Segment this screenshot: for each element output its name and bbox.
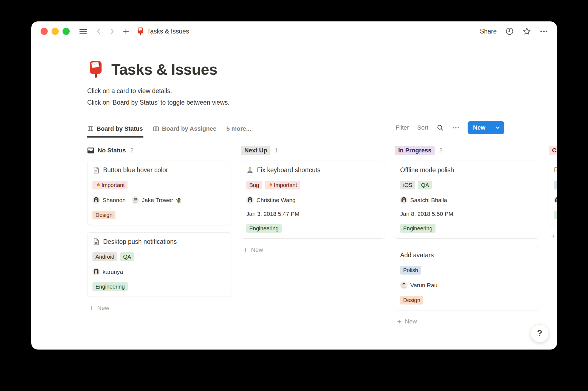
card-people: ShannonJake Trower: [92, 196, 226, 204]
tag-ios[interactable]: iOS: [400, 181, 415, 189]
column-header-in-progress[interactable]: In Progress2: [395, 145, 539, 156]
fire-icon: [95, 182, 101, 188]
new-button[interactable]: New: [468, 121, 491, 134]
chevron-right-icon: [109, 28, 115, 35]
card-people: karunya: [92, 268, 226, 275]
tag-engineering[interactable]: Engineering: [92, 282, 128, 291]
help-button[interactable]: ?: [531, 324, 549, 342]
kanban-card-desktop-push-notifications[interactable]: Desktop push notificationsAndroidQAkarun…: [87, 232, 231, 297]
tab-label: Board by Status: [97, 125, 143, 132]
card-tags: BugImportant: [246, 181, 380, 189]
more-options-button[interactable]: [540, 30, 548, 33]
card-title: Offline mode polish: [400, 166, 534, 174]
card-people: Varun Rau: [400, 281, 534, 289]
share-button[interactable]: Share: [480, 28, 497, 35]
tag-p[interactable]: P: [554, 181, 557, 189]
mailbox-icon: [137, 27, 144, 36]
tag-engineering[interactable]: Engineering: [246, 224, 282, 233]
filter-button[interactable]: Filter: [396, 124, 409, 131]
chevron-left-icon: [95, 28, 101, 35]
plus-icon: +: [551, 233, 555, 239]
card-tags: iOSQA: [400, 181, 534, 189]
page-icon-mailbox[interactable]: [87, 60, 104, 79]
beetle-icon: [176, 197, 182, 203]
clock-icon: [505, 27, 514, 35]
card-people: Saatchi Bhalla: [400, 196, 534, 204]
tag-important[interactable]: Important: [92, 181, 128, 189]
tag-polish[interactable]: Polish: [400, 266, 421, 275]
card-title: Desktop push notifications: [92, 238, 226, 245]
column-header-no-status[interactable]: No Status2: [87, 145, 231, 156]
new-tab-button[interactable]: [122, 28, 129, 35]
avatar-man-glasses-icon: [132, 196, 139, 204]
kanban-card-r[interactable]: RPE: [549, 161, 557, 225]
add-card-button[interactable]: +: [549, 232, 557, 241]
kanban-card-add-avatars[interactable]: Add avatarsPolishVarun RauDesign: [395, 246, 539, 310]
kanban-card-fix-keyboard-shortcuts[interactable]: Fix keyboard shortcutsBugImportantChrist…: [241, 161, 385, 239]
zoom-window-button[interactable]: [63, 28, 70, 35]
tag-bug[interactable]: Bug: [246, 181, 262, 189]
description-line: Click on 'Board by Status' to toggle bet…: [87, 97, 557, 108]
new-dropdown-button[interactable]: [491, 121, 504, 134]
column-header-next-up[interactable]: Next Up1: [241, 145, 385, 156]
tab-board-by-status[interactable]: Board by Status: [87, 125, 143, 137]
tag-important[interactable]: Important: [265, 181, 300, 189]
column-count: 2: [130, 147, 134, 154]
tag-design[interactable]: Design: [400, 296, 423, 305]
card-title: Add avatars: [400, 252, 534, 259]
updates-button[interactable]: [505, 27, 514, 35]
plus-icon: +: [243, 247, 248, 253]
star-icon: [522, 27, 531, 36]
tag-engineering[interactable]: Engineering: [400, 224, 436, 233]
person-varun-rau: Varun Rau: [400, 281, 437, 289]
add-card-button[interactable]: +New: [395, 317, 539, 326]
tag-qa[interactable]: QA: [120, 252, 134, 261]
desktop-background: Tasks & Issues Share: [0, 0, 588, 391]
titlebar-title: Tasks & Issues: [147, 28, 189, 35]
card-tags: E: [554, 211, 557, 219]
avatar-woman-icon: [92, 268, 100, 275]
card-tags: P: [554, 181, 557, 189]
card-title: R: [554, 166, 557, 174]
favorite-button[interactable]: [522, 27, 531, 36]
fire-icon: [268, 182, 273, 188]
sort-button[interactable]: Sort: [417, 124, 428, 131]
card-tags: Polish: [400, 266, 534, 275]
plus-icon: +: [89, 305, 94, 311]
board-column-c: CRPE+: [549, 145, 557, 241]
person-karunya: karunya: [92, 268, 123, 275]
person-jake-trower: Jake Trower: [132, 196, 182, 204]
person-saatchi-bhalla: Saatchi Bhalla: [400, 196, 447, 204]
card-tags: AndroidQA: [92, 252, 226, 261]
tag-android[interactable]: Android: [92, 252, 117, 261]
tag-e[interactable]: E: [554, 211, 557, 219]
tag-qa[interactable]: QA: [418, 181, 432, 189]
add-card-button[interactable]: +New: [241, 245, 385, 255]
add-card-button[interactable]: +New: [87, 303, 231, 313]
tag-design[interactable]: Design: [92, 211, 115, 219]
close-window-button[interactable]: [41, 28, 48, 35]
search-icon: [437, 124, 444, 132]
minimize-window-button[interactable]: [52, 28, 59, 35]
avatar-woman-icon: [400, 196, 408, 204]
technologist-icon: [246, 166, 254, 174]
ellipsis-icon: [540, 30, 548, 33]
person-item: [554, 196, 557, 204]
kanban-card-offline-mode-polish[interactable]: Offline mode polishiOSQASaatchi BhallaJa…: [395, 161, 539, 239]
person-shannon: Shannon: [92, 196, 126, 204]
view-toolbar: Filter Sort New: [396, 121, 505, 137]
sidebar-menu-button[interactable]: [79, 28, 87, 35]
forward-button[interactable]: [109, 28, 115, 35]
board-icon: [87, 125, 94, 132]
page-description: Click on a card to view details. Click o…: [87, 85, 557, 108]
card-tags: Engineering: [92, 282, 226, 291]
view-options-button[interactable]: [452, 127, 459, 129]
kanban-card-button-blue-hover-color[interactable]: Button blue hover colorImportantShannonJ…: [87, 161, 231, 225]
column-header-c[interactable]: C: [549, 145, 557, 156]
tab-5-more[interactable]: 5 more...: [226, 125, 251, 137]
back-button[interactable]: [95, 28, 101, 35]
tab-label: 5 more...: [226, 125, 251, 132]
search-button[interactable]: [437, 124, 444, 132]
tab-board-by-assignee[interactable]: Board by Assignee: [153, 125, 216, 137]
chevron-down-icon: [495, 125, 501, 131]
